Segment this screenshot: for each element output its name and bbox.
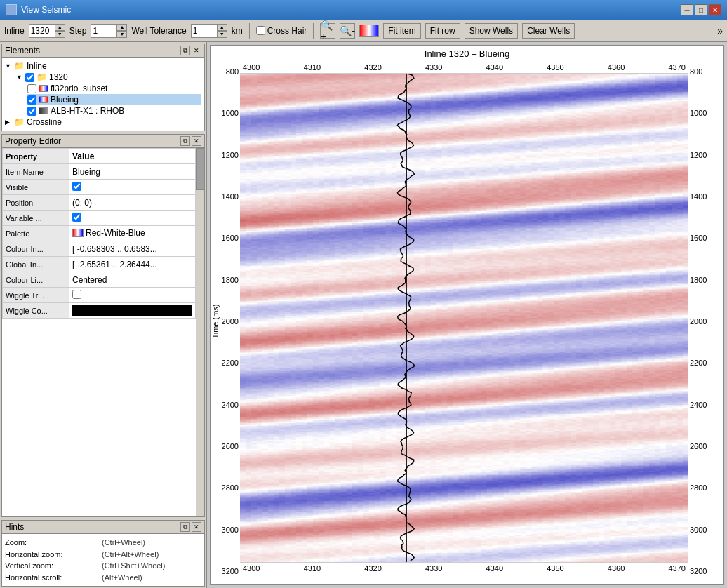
- x-bot-4360: 4360: [608, 564, 625, 573]
- hints-float-button[interactable]: ⧉: [180, 522, 190, 532]
- 1320-label: 1320: [49, 72, 68, 82]
- yr-label-2800: 2800: [690, 483, 722, 492]
- seismic-x-axis-top: 4300 4310 4320 4330 4340 4350 4360 4370: [240, 62, 688, 74]
- fit-row-button[interactable]: Fit row: [425, 23, 460, 39]
- hint-vzoom-val: (Ctrl+Shift+Wheel): [102, 560, 165, 572]
- prop-val-palette: Red-White-Blue: [69, 226, 196, 241]
- tree-item-blueing[interactable]: Blueing: [27, 94, 201, 105]
- hint-hscroll-key: Horizontal scroll:: [5, 572, 96, 584]
- app-icon: [6, 4, 17, 15]
- yr-label-1200: 1200: [690, 151, 722, 159]
- well-tol-input[interactable]: [191, 24, 218, 38]
- wiggle-tr-checkbox[interactable]: [72, 290, 81, 299]
- zoom-in-button[interactable]: 🔍+: [320, 23, 335, 39]
- hint-vzoom-key: Vertical zoom:: [5, 560, 96, 572]
- x-top-4300: 4300: [243, 63, 260, 72]
- yr-label-1000: 1000: [690, 109, 722, 117]
- tree-item-fl32[interactable]: fl32prio_subset: [27, 83, 201, 94]
- prop-row-wiggle-co: Wiggle Co...: [3, 303, 196, 319]
- tree-item-inline[interactable]: ▼ 📁 Inline: [5, 60, 201, 72]
- sep2: [313, 23, 314, 39]
- prop-key-colour-li: Colour Li...: [3, 272, 69, 288]
- elements-close-button[interactable]: ✕: [192, 46, 201, 55]
- inline-label-tree: Inline: [27, 61, 47, 71]
- main-layout: Elements ⧉ ✕ ▼ 📁 Inline ▼ 📁 13: [0, 42, 727, 588]
- tree-item-crossline[interactable]: ▶ 📁 Crossline: [5, 116, 201, 128]
- inline-arrow: ▼: [5, 62, 12, 69]
- step-spin-up[interactable]: ▲: [117, 24, 127, 31]
- prop-val-colour-in: [ -0.658303 .. 0.6583...: [69, 241, 196, 257]
- hints-content: Zoom: (Ctrl+Wheel) Horizontal zoom: (Ctr…: [2, 534, 204, 586]
- x-bot-4300: 4300: [243, 564, 260, 573]
- yr-label-800: 800: [690, 67, 722, 76]
- prop-col-value: Value: [69, 149, 196, 164]
- y-label-2600: 2600: [212, 442, 239, 450]
- clear-wells-button[interactable]: Clear Wells: [522, 23, 575, 39]
- property-header: Property Editor ⧉ ✕: [2, 135, 204, 148]
- inline-spin-down[interactable]: ▼: [55, 31, 65, 38]
- blueing-checkbox[interactable]: [27, 95, 36, 105]
- zoom-out-button[interactable]: 🔍-: [340, 23, 355, 39]
- tree-item-alb[interactable]: ALB-HT-X1 : RHOB: [27, 105, 201, 116]
- well-tol-spin-up[interactable]: ▲: [218, 24, 227, 31]
- seismic-y-axis-right: 800 1000 1200 1400 1600 1800 2000 2200 2…: [688, 62, 723, 581]
- fl32-label: fl32prio_subset: [51, 83, 107, 93]
- prop-row-colour-in: Colour In... [ -0.658303 .. 0.6583...: [3, 241, 196, 257]
- hint-hscroll-val: (Alt+Wheel): [102, 572, 142, 584]
- show-wells-button[interactable]: Show Wells: [465, 23, 518, 39]
- inline-input[interactable]: [29, 24, 55, 38]
- prop-key-position: Position: [3, 195, 69, 211]
- close-button[interactable]: ✕: [709, 4, 721, 15]
- fit-item-button[interactable]: Fit item: [383, 23, 420, 39]
- x-bot-4350: 4350: [547, 564, 563, 573]
- more-button[interactable]: »: [717, 25, 723, 36]
- y-label-1200: 1200: [212, 151, 239, 159]
- crosshair-checkbox-group[interactable]: Cross Hair: [256, 26, 307, 36]
- step-input-group: ▲ ▼: [91, 24, 127, 38]
- well-tol-spin-down[interactable]: ▼: [218, 31, 227, 38]
- hints-close-button[interactable]: ✕: [192, 522, 201, 532]
- inline-spin-up[interactable]: ▲: [55, 24, 65, 31]
- property-scroll[interactable]: Property Value Item Name Blueing Visible: [2, 148, 204, 516]
- x-bot-4330: 4330: [425, 564, 442, 573]
- seismic-canvas[interactable]: [240, 74, 688, 562]
- inline-folder-icon: 📁: [14, 61, 25, 71]
- visible-checkbox[interactable]: [72, 182, 81, 191]
- prop-key-wiggle-tr: Wiggle Tr...: [3, 288, 69, 303]
- yr-label-1800: 1800: [690, 276, 722, 284]
- elements-float-button[interactable]: ⧉: [180, 46, 190, 55]
- x-bot-4370: 4370: [668, 564, 685, 573]
- well-tol-label: Well Tolerance: [131, 26, 186, 36]
- crossline-label: Crossline: [27, 117, 62, 127]
- property-close-button[interactable]: ✕: [192, 136, 201, 146]
- alb-checkbox[interactable]: [27, 107, 36, 116]
- variable-checkbox[interactable]: [72, 213, 81, 222]
- app-title: View Seismic: [21, 5, 71, 15]
- maximize-button[interactable]: □: [695, 4, 707, 15]
- sep1: [249, 23, 250, 39]
- prop-key-visible: Visible: [3, 180, 69, 195]
- property-float-button[interactable]: ⧉: [180, 136, 190, 146]
- minimize-button[interactable]: ─: [681, 4, 693, 15]
- tree-item-1320[interactable]: ▼ 📁 1320: [16, 72, 201, 83]
- seismic-view[interactable]: Inline 1320 – Blueing Time (ms) 800 1000…: [207, 42, 727, 588]
- yr-label-2200: 2200: [690, 359, 722, 367]
- prop-key-global-in: Global In...: [3, 257, 69, 272]
- crosshair-checkbox[interactable]: [256, 26, 265, 35]
- prop-val-wiggle-tr: [69, 288, 196, 303]
- hint-zoom-val: (Ctrl+Wheel): [102, 537, 145, 549]
- y-label-1400: 1400: [212, 192, 239, 201]
- blueing-swatch: [39, 96, 48, 103]
- step-spin-down[interactable]: ▼: [117, 31, 127, 38]
- yr-label-1400: 1400: [690, 192, 722, 201]
- y-label-1000: 1000: [212, 109, 239, 117]
- well-tol-input-group: ▲ ▼: [191, 24, 227, 38]
- palette-swatch: Red-White-Blue: [72, 228, 145, 238]
- 1320-checkbox[interactable]: [25, 73, 34, 82]
- step-input[interactable]: [91, 24, 117, 38]
- inline-label: Inline: [4, 26, 25, 36]
- color-bar: [359, 25, 379, 37]
- title-bar: View Seismic ─ □ ✕: [0, 0, 727, 20]
- well-track: [406, 74, 408, 562]
- fl32-checkbox[interactable]: [27, 84, 36, 93]
